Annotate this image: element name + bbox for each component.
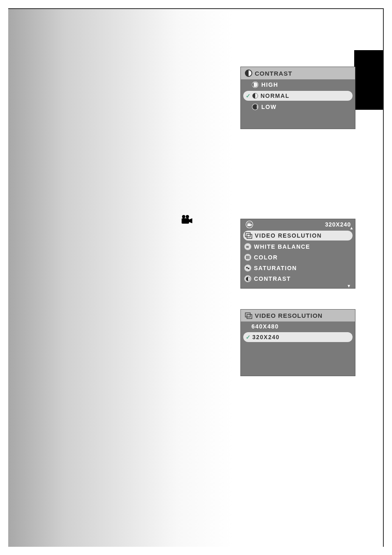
resolution-option-label: 320X240 [252, 334, 280, 340]
menu-item-color[interactable]: COLOR [241, 252, 355, 263]
contrast-option-label: LOW [261, 104, 277, 110]
video-menu: 320X240 VIDEO RESOLUTION ▲ W WHITE BALAN… [240, 219, 355, 289]
contrast-option-label: NORMAL [261, 92, 289, 99]
svg-point-0 [182, 215, 185, 218]
svg-point-13 [246, 267, 248, 268]
menu-spacer [241, 343, 355, 376]
video-camera-icon [181, 215, 193, 224]
contrast-icon [245, 69, 252, 77]
menu-spacer [241, 112, 355, 129]
menu-item-contrast[interactable]: CONTRAST [241, 273, 355, 284]
color-icon [244, 254, 251, 261]
menu-item-label: WHITE BALANCE [254, 243, 310, 250]
resolution-menu: VIDEO RESOLUTION 640X480 ✓ 320X240 [240, 309, 355, 376]
svg-rect-12 [249, 256, 249, 259]
contrast-normal-icon [252, 93, 258, 99]
svg-rect-2 [182, 218, 189, 224]
menu-item-label: COLOR [254, 254, 278, 261]
resolution-menu-header: VIDEO RESOLUTION [241, 310, 355, 321]
svg-point-5 [249, 223, 251, 224]
video-mode-icon [245, 221, 254, 228]
menu-item-saturation[interactable]: SATURATION [241, 263, 355, 273]
contrast-option-normal[interactable]: ✓ NORMAL [243, 91, 353, 101]
svg-rect-8 [247, 234, 252, 238]
saturation-icon [244, 264, 251, 272]
page-frame: CONTRAST HIGH ✓ NORMAL LOW [8, 8, 384, 547]
svg-point-1 [186, 215, 189, 218]
contrast-option-label: HIGH [261, 81, 278, 88]
contrast-menu: CONTRAST HIGH ✓ NORMAL LOW [240, 67, 355, 129]
contrast-icon [244, 275, 251, 282]
svg-rect-10 [246, 256, 247, 259]
check-icon: ✓ [245, 334, 252, 340]
menu-item-white-balance[interactable]: W WHITE BALANCE [241, 241, 355, 252]
resolution-menu-title: VIDEO RESOLUTION [255, 312, 323, 319]
svg-rect-11 [247, 256, 248, 259]
resolution-icon [245, 312, 252, 319]
svg-rect-7 [245, 233, 250, 237]
svg-rect-15 [245, 313, 250, 317]
contrast-high-icon [251, 81, 259, 88]
contrast-menu-title: CONTRAST [255, 70, 292, 77]
svg-point-14 [248, 268, 249, 269]
contrast-menu-header: CONTRAST [241, 67, 355, 79]
svg-text:W: W [246, 245, 249, 248]
video-menu-status: 320X240 [241, 219, 355, 230]
contrast-low-icon [251, 103, 259, 111]
side-tab [354, 50, 383, 110]
svg-point-4 [248, 223, 249, 224]
check-icon: ✓ [245, 92, 252, 99]
contrast-option-low[interactable]: LOW [241, 102, 355, 112]
svg-rect-16 [247, 314, 252, 319]
menu-item-label: VIDEO RESOLUTION [255, 232, 322, 239]
contrast-option-high[interactable]: HIGH [241, 79, 355, 90]
resolution-icon [245, 232, 252, 239]
white-balance-icon: W [244, 243, 251, 250]
resolution-option-640[interactable]: 640X480 [241, 321, 355, 331]
resolution-option-label: 640X480 [251, 323, 279, 330]
menu-item-label: CONTRAST [254, 275, 291, 282]
video-menu-status-value: 320X240 [325, 221, 351, 228]
svg-rect-6 [247, 224, 251, 226]
scroll-down-arrow: ▼ [241, 284, 355, 288]
menu-item-label: SATURATION [254, 265, 297, 271]
scroll-up-arrow: ▲ [350, 226, 354, 230]
resolution-option-320[interactable]: ✓ 320X240 [243, 332, 353, 342]
menu-item-video-resolution[interactable]: VIDEO RESOLUTION ▲ [243, 231, 353, 240]
